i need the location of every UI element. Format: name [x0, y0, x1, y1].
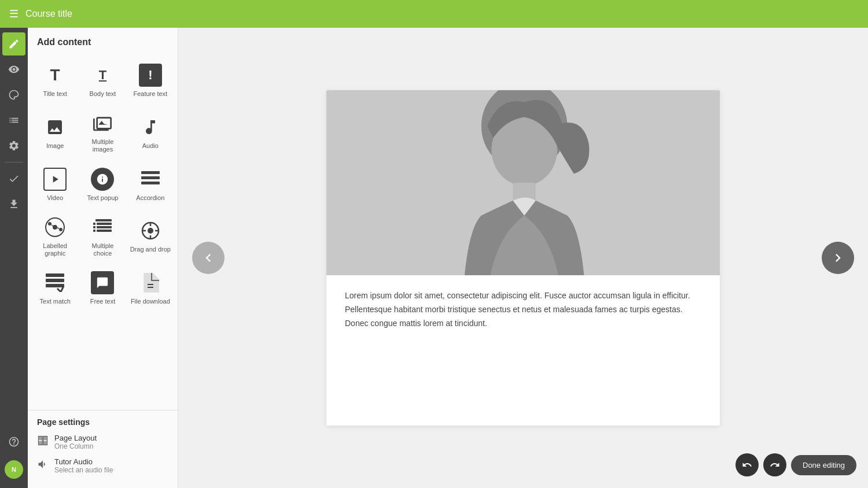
content-item-video[interactable]: Video: [32, 161, 78, 206]
content-item-audio[interactable]: Audio: [128, 105, 173, 158]
main-layout: N Add content T Title text T Body text !…: [0, 28, 868, 488]
page-settings: Page settings Page Layout One Column Tut…: [28, 410, 178, 488]
bottom-toolbar: Done editing: [735, 453, 856, 476]
svg-rect-22: [46, 273, 64, 277]
svg-point-6: [59, 228, 62, 231]
content-item-title-text[interactable]: T Title text: [32, 57, 78, 102]
svg-rect-0: [141, 171, 160, 174]
content-item-drag-and-drop[interactable]: Drag and drop: [128, 209, 173, 262]
nav-rail: N: [0, 28, 28, 488]
done-editing-button[interactable]: Done editing: [791, 455, 856, 475]
nav-preview[interactable]: [2, 58, 25, 81]
svg-rect-13: [97, 226, 112, 228]
nav-help[interactable]: [2, 430, 25, 453]
svg-rect-11: [97, 223, 112, 225]
content-item-multiple-choice[interactable]: Multiple choice: [80, 209, 125, 262]
svg-rect-23: [46, 279, 64, 282]
nav-list[interactable]: [2, 109, 25, 132]
content-item-text-match[interactable]: Text match: [32, 264, 78, 310]
redo-button[interactable]: [763, 453, 786, 476]
content-item-file-download[interactable]: File download: [128, 264, 173, 310]
svg-rect-2: [141, 182, 160, 184]
audio-icon: [37, 459, 49, 473]
slide-container: Lorem ipsum dolor sit amet, consectetur …: [326, 90, 720, 426]
setting-row-audio[interactable]: Tutor Audio Select an audio file: [37, 457, 168, 474]
audio-text: Tutor Audio Select an audio file: [54, 457, 113, 474]
nav-theme[interactable]: [2, 83, 25, 106]
menu-icon[interactable]: ☰: [9, 8, 19, 20]
nav-check[interactable]: [2, 167, 25, 190]
content-item-body-text[interactable]: T Body text: [80, 57, 125, 102]
svg-rect-24: [46, 284, 64, 287]
setting-row-layout[interactable]: Page Layout One Column: [37, 434, 168, 450]
content-item-image[interactable]: Image: [32, 105, 78, 158]
nav-settings[interactable]: [2, 134, 25, 157]
svg-point-17: [148, 228, 153, 234]
add-content-title: Add content: [28, 28, 178, 52]
content-item-multiple-images[interactable]: Multiple images: [80, 105, 125, 158]
app-logo: N: [5, 460, 23, 479]
svg-rect-1: [141, 176, 160, 179]
undo-button[interactable]: [735, 453, 759, 476]
svg-point-5: [48, 222, 52, 225]
layout-icon: [37, 435, 49, 449]
header-course-title: Course title: [25, 9, 72, 19]
content-item-accordion[interactable]: Accordion: [128, 161, 173, 206]
slide-image: [326, 90, 720, 275]
top-header: ☰ Course title: [0, 0, 868, 28]
svg-rect-12: [93, 226, 95, 228]
svg-line-8: [57, 228, 59, 228]
slide-body-text: Lorem ipsum dolor sit amet, consectetur …: [326, 275, 720, 349]
nav-divider: [5, 162, 23, 162]
svg-rect-10: [93, 223, 95, 225]
svg-rect-15: [97, 230, 112, 232]
left-panel: Add content T Title text T Body text ! F…: [28, 28, 178, 488]
svg-rect-9: [95, 219, 112, 221]
nav-import[interactable]: [2, 193, 25, 216]
content-item-feature-text[interactable]: ! Feature text: [128, 57, 173, 102]
page-settings-title: Page settings: [37, 417, 168, 427]
content-item-labelled-graphic[interactable]: Labelled graphic: [32, 209, 78, 262]
main-content: Lorem ipsum dolor sit amet, consectetur …: [178, 28, 868, 488]
content-grid: T Title text T Body text ! Feature text …: [28, 52, 178, 315]
next-arrow[interactable]: [822, 242, 854, 274]
content-item-text-popup[interactable]: Text popup: [80, 161, 125, 206]
nav-edit[interactable]: [2, 32, 25, 56]
svg-point-4: [53, 225, 57, 230]
content-item-free-text[interactable]: Free text: [80, 264, 125, 310]
svg-line-7: [52, 225, 53, 226]
layout-text: Page Layout One Column: [54, 434, 97, 450]
prev-arrow[interactable]: [192, 242, 225, 274]
svg-rect-14: [93, 230, 95, 232]
